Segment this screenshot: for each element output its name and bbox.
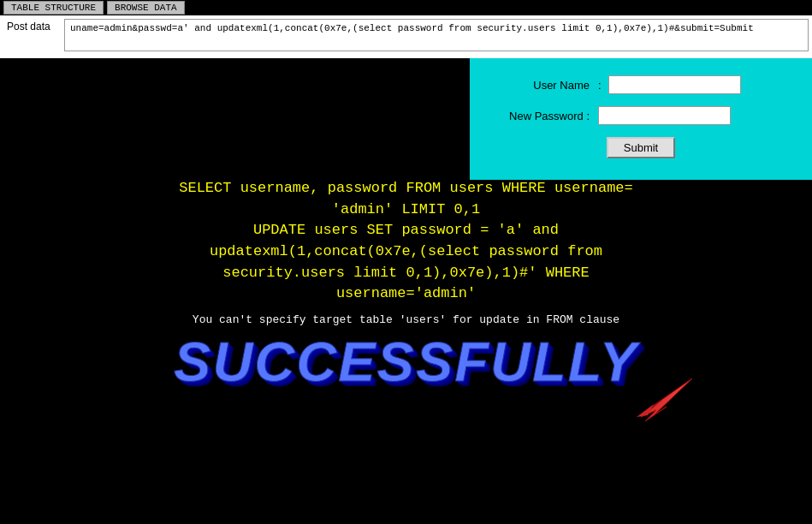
password-input[interactable] xyxy=(598,106,731,125)
sql-line-6: username='admin' xyxy=(179,283,633,305)
tab-table-structure[interactable]: TABLE STRUCTURE xyxy=(3,1,104,15)
username-label: User Name xyxy=(495,79,598,92)
username-colon: : xyxy=(598,79,602,92)
post-data-value: uname=admin&passwd=a' and updatexml(1,co… xyxy=(64,19,809,51)
sql-line-5: security.users limit 0,1),0x7e),1)#' WHE… xyxy=(179,263,633,284)
password-row: New Password : xyxy=(495,106,786,125)
post-data-label: Post data xyxy=(0,15,64,38)
sql-line-2: 'admin' LIMIT 0,1 xyxy=(179,199,633,221)
top-bar: TABLE STRUCTURE BROWSE DATA xyxy=(0,0,812,15)
error-text: You can't specify target table 'users' f… xyxy=(193,313,619,326)
arrow-icon xyxy=(632,374,701,421)
password-label: New Password : xyxy=(495,110,598,122)
sql-block: SELECT username, password FROM users WHE… xyxy=(145,178,667,305)
arrow-container xyxy=(632,374,701,426)
main-area: User Name : New Password : Submit SELECT… xyxy=(0,58,812,524)
sql-line-4: updatexml(1,concat(0x7e,(select password… xyxy=(179,241,633,263)
sql-line-1: SELECT username, password FROM users WHE… xyxy=(179,178,633,199)
success-text: SUCCESSFULLY xyxy=(174,330,638,394)
submit-button[interactable]: Submit xyxy=(607,137,675,158)
submit-row: Submit xyxy=(495,137,786,158)
success-wrapper: SUCCESSFULLY xyxy=(174,330,638,394)
username-row: User Name : xyxy=(495,75,786,94)
sql-line-3: UPDATE users SET password = 'a' and xyxy=(179,220,633,241)
form-panel: User Name : New Password : Submit xyxy=(470,58,812,180)
tab-browse-data[interactable]: BROWSE DATA xyxy=(107,1,185,15)
username-input[interactable] xyxy=(608,75,741,94)
post-data-row: Post data uname=admin&passwd=a' and upda… xyxy=(0,15,812,58)
